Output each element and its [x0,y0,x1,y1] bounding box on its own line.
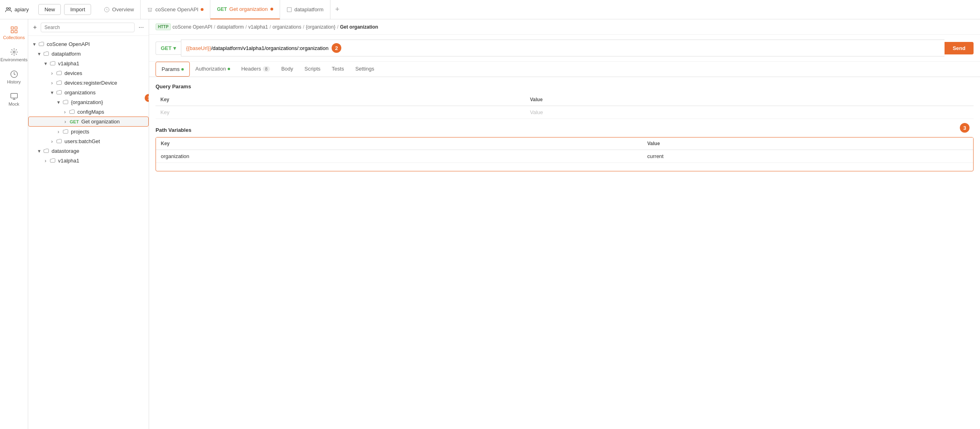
collections-tree: ▾ coScene OpenAPI ▾ dataplatform ▾ v1alp… [28,36,149,429]
sidebar-item-collections[interactable]: Collections [2,23,26,43]
tab-get-org-dot [270,8,273,10]
svg-rect-9 [10,94,17,98]
tab-coscene-dot [201,8,203,11]
tab-get-org-label: Get organization [229,6,268,12]
tab-settings-label: Settings [355,66,374,72]
tree-users-batchget-label: users:batchGet [64,138,100,144]
sidebar-icons: Collections Environments History Mock [0,19,28,429]
breadcrumb-organizations: organizations [272,24,301,30]
svg-point-1 [9,7,11,9]
chevron-right-icon: › [62,119,68,125]
send-button[interactable]: Send [945,42,974,54]
tree-datastorage-label: datastorage [52,148,79,154]
tab-dataplatform[interactable]: dataplatform [280,0,330,19]
tree-get-organization[interactable]: › GET Get organization [28,117,149,127]
tree-configmaps[interactable]: › configMaps [28,107,149,117]
more-options-button[interactable]: ··· [138,23,145,32]
path-variables-section: Path Variables 3 Key Value [156,127,974,171]
path-vars-table: Key Value organization current [156,137,973,163]
tab-overview[interactable]: Overview [98,0,141,19]
tree-root-coscene[interactable]: ▾ coScene OpenAPI [28,39,149,49]
breadcrumb-current: Get organization [340,24,378,30]
sidebar-item-history[interactable]: History [2,67,26,87]
svg-rect-4 [15,27,17,29]
breadcrumb: HTTP coScene OpenAPI / dataplatform / v1… [149,19,980,35]
url-base-part: {{baseUrl}} [186,45,211,51]
tree-v1alpha1[interactable]: ▾ v1alpha1 [28,58,149,68]
svg-point-7 [13,51,15,53]
path-org-key[interactable]: organization [156,150,642,163]
url-bar: GET ▾ {{baseUrl}}/dataplatform/v1alpha1/… [149,35,980,62]
tree-organization-param[interactable]: ▾ {organization} 1 [28,97,149,107]
tab-tests-label: Tests [332,66,344,72]
tab-body[interactable]: Body [276,62,299,77]
annotation-3: 3 [960,123,970,133]
request-body: Query Params Key Value Key Value [149,77,980,429]
chevron-right-icon: › [49,70,55,76]
tab-get-organization[interactable]: GET Get organization [210,0,280,19]
query-params-table: Key Value Key Value [156,94,974,119]
tree-datastorage-v1alpha1-label: v1alpha1 [58,158,79,164]
query-params-placeholder-row: Key Value [156,106,974,119]
tab-bar: Overview coScene OpenAPI GET Get organiz… [98,0,975,19]
path-value-header: Value [642,137,973,150]
query-key-header: Key [156,94,525,106]
chevron-right-icon: › [49,138,55,144]
sidebar-history-label: History [7,79,21,84]
tree-devices[interactable]: › devices [28,68,149,78]
import-button[interactable]: Import [64,4,91,15]
query-key-placeholder[interactable]: Key [156,106,525,119]
add-collection-button[interactable]: + [32,23,37,32]
sidebar-item-environments[interactable]: Environments [2,45,26,65]
sidebar-item-mock[interactable]: Mock [2,89,26,110]
chevron-down-icon: ▾ [49,90,55,95]
add-tab-button[interactable]: + [330,5,345,14]
new-button[interactable]: New [38,4,61,15]
annotation-2: 2 [332,43,341,53]
url-path-part: /dataplatform/v1alpha1/organizations/:or… [211,45,328,51]
svg-rect-5 [11,31,13,33]
url-input-display[interactable]: {{baseUrl}}/dataplatform/v1alpha1/organi… [181,40,945,56]
tree-organization-param-label: {organization} [71,99,103,105]
method-chevron: ▾ [173,45,176,51]
http-badge: HTTP [156,23,171,30]
query-value-placeholder[interactable]: Value [525,106,974,119]
tree-v1alpha1-label: v1alpha1 [58,60,79,67]
params-dot [181,68,184,71]
sidebar-environments-label: Environments [0,57,27,62]
tab-authorization[interactable]: Authorization [190,62,236,77]
path-org-value[interactable]: current [642,150,973,163]
tab-scripts[interactable]: Scripts [299,62,326,77]
breadcrumb-dataplatform: dataplatform [217,24,244,30]
query-params-title: Query Params [156,83,974,90]
search-input[interactable] [41,23,134,32]
tab-tests[interactable]: Tests [326,62,349,77]
tree-organizations[interactable]: ▾ organizations [28,87,149,97]
svg-rect-6 [15,31,17,33]
method-select[interactable]: GET ▾ [156,42,181,55]
tab-headers-label: Headers [241,66,261,72]
chevron-down-icon: ▾ [31,41,37,47]
tab-settings[interactable]: Settings [350,62,380,77]
chevron-right-icon: › [43,158,48,163]
tab-scripts-label: Scripts [305,66,321,72]
username: apiary [15,6,29,12]
tab-params[interactable]: Params [156,62,190,77]
user-profile[interactable]: apiary [5,6,29,13]
tab-headers[interactable]: Headers 8 [236,62,276,77]
tab-overview-label: Overview [112,6,134,12]
tree-configmaps-label: configMaps [77,109,104,115]
tab-dataplatform-label: dataplatform [295,6,324,12]
tree-datastorage-v1alpha1[interactable]: › v1alpha1 [28,156,149,165]
tab-coscene-label: coScene OpenAPI [155,6,198,12]
tree-datastorage[interactable]: ▾ datastorage [28,146,149,156]
tree-devices-register[interactable]: › devices:registerDevice [28,78,149,87]
sidebar-collections-label: Collections [3,35,25,40]
tab-auth-label: Authorization [195,66,226,72]
query-value-header: Value [525,94,974,106]
tree-dataplatform[interactable]: ▾ dataplatform [28,49,149,58]
tab-coscene-openapi[interactable]: coScene OpenAPI [141,0,210,19]
tree-users-batchget[interactable]: › users:batchGet [28,136,149,146]
request-tabs: Params Authorization Headers 8 Body Scri… [149,62,980,77]
tree-projects[interactable]: › projects [28,127,149,136]
